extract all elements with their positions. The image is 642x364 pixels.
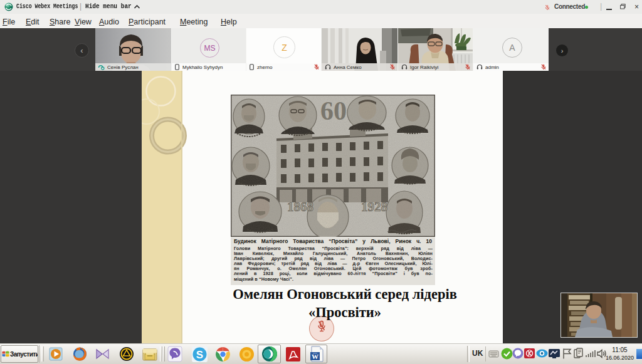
svg-text:S: S	[196, 349, 203, 361]
svg-text:W: W	[312, 353, 318, 360]
